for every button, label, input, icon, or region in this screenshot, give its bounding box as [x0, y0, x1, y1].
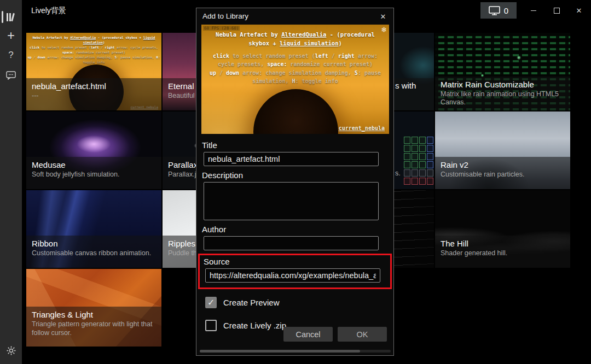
wallpaper-tile-medusae[interactable]: Medusae Soft body jellyfish simulation.: [26, 111, 161, 189]
screen-layout-button[interactable]: 0: [480, 2, 517, 19]
periodic-table-graphic: [404, 137, 433, 185]
close-icon: ✕: [380, 13, 386, 21]
wallpaper-tile-nebula-artefact[interactable]: Nebula Artefact by AlteredQualia - (proc…: [26, 33, 161, 110]
tile-title: nebula_artefact.html: [32, 81, 161, 92]
wallpaper-tile-rain-v2[interactable]: Rain v2 Customisable rain particles.: [435, 111, 570, 189]
dialog-horizontal-scrollbar[interactable]: [200, 350, 391, 353]
monitor-icon: [489, 6, 500, 15]
create-preview-checkbox-row[interactable]: Create Preview: [205, 297, 393, 308]
description-label: Description: [202, 171, 393, 180]
tile-mini-heading: Nebula Artefact by AlteredQualia - (proc…: [26, 35, 161, 45]
maximize-button[interactable]: [548, 3, 565, 17]
add-to-library-dialog: Add to Library ✕ 60 FPS (28-60) ❄ Nebula…: [196, 8, 394, 356]
minimize-button[interactable]: [525, 3, 542, 17]
wallpaper-preview: 60 FPS (28-60) ❄ Nebula Artefact by Alte…: [201, 25, 389, 134]
tile-title: Rain v2: [441, 160, 570, 171]
tile-title: Medusae: [32, 160, 161, 171]
tile-title: Ribbon: [32, 238, 161, 249]
wallpaper-tile-matrix-rain[interactable]: Matrix Rain Customizable Matrix like rai…: [435, 33, 570, 110]
plus-icon: +: [7, 29, 15, 42]
tile-subtitle: Soft body jellyfish simulation.: [32, 171, 161, 179]
monitor-count: 0: [504, 6, 508, 15]
cancel-button[interactable]: Cancel: [283, 327, 333, 342]
tile-subtitle: Customisable rain particles.: [441, 171, 570, 179]
dialog-close-button[interactable]: ✕: [376, 10, 390, 23]
tile-subtitle: ---: [32, 92, 161, 101]
tile-subtitle: Triangle pattern generator with light th…: [32, 320, 155, 337]
tile-mini-help2: up / down arrow: change simulation dampi…: [26, 55, 161, 64]
close-button[interactable]: ✕: [571, 3, 587, 17]
dialog-title: Add to Library: [202, 12, 248, 20]
planet-graphic: [253, 89, 338, 134]
description-input[interactable]: [204, 182, 379, 220]
wallpaper-tile-ribbon[interactable]: Ribbon Customisable canvas ribbon animat…: [26, 190, 161, 268]
source-annotation-highlight: Source: [198, 254, 392, 289]
sidebar-item-add-wallpaper[interactable]: +: [0, 26, 22, 45]
scrollbar-thumb[interactable]: [200, 350, 360, 353]
lively-wallpaper-window: + ? Lively背景 0 ✕ Nebula A: [0, 0, 591, 364]
close-icon: ✕: [576, 7, 582, 15]
source-input[interactable]: [205, 268, 380, 283]
maximize-icon: [554, 8, 560, 14]
tile-subtitle: Customisable canvas ribbon animation.: [32, 249, 161, 258]
wallpaper-tile-triangles-light[interactable]: Triangles & Light Triangle pattern gener…: [26, 269, 161, 347]
preview-heading: Nebula Artefact by AlteredQualia - (proc…: [205, 30, 386, 48]
settings-icon: [7, 346, 16, 355]
tile-subtitle: Shader generated hill.: [441, 249, 570, 258]
create-preview-checkbox[interactable]: [205, 297, 217, 308]
wallpaper-tile-the-hill[interactable]: The Hill Shader generated hill.: [435, 190, 570, 268]
source-label: Source: [204, 257, 390, 266]
tile-subtitle: Matrix like rain animation using HTML5 C…: [441, 90, 570, 107]
feedback-icon: [6, 71, 16, 80]
sidebar: + ?: [0, 0, 22, 364]
preview-help-line-1: click to select random preset (left / ri…: [205, 52, 386, 69]
preview-help-line-2: up / down arrow: change simulation dampi…: [205, 69, 386, 86]
tile-title: The Hill: [441, 238, 570, 249]
sidebar-item-feedback[interactable]: [0, 66, 22, 85]
sidebar-item-settings[interactable]: [0, 341, 22, 360]
author-input[interactable]: [204, 236, 379, 250]
create-preview-label: Create Preview: [223, 298, 280, 307]
tile-title: Matrix Rain Customizable: [441, 79, 570, 90]
sidebar-item-library[interactable]: [0, 8, 22, 26]
tile-mini-help1: click to select random preset (left / ri…: [26, 45, 161, 55]
minimize-icon: [531, 10, 536, 11]
title-label: Title: [202, 140, 393, 150]
help-icon: ?: [8, 50, 13, 61]
app-title: Lively背景: [31, 6, 66, 16]
tile-title: Triangles & Light: [32, 309, 161, 320]
title-input[interactable]: [204, 152, 379, 166]
preview-watermark: current_nebula: [339, 125, 385, 131]
author-label: Author: [202, 225, 393, 234]
tile-subtitle-fragment: s.: [395, 169, 401, 177]
library-icon: [6, 13, 16, 22]
sidebar-item-help[interactable]: ?: [0, 46, 22, 64]
ok-button[interactable]: OK: [338, 327, 387, 342]
